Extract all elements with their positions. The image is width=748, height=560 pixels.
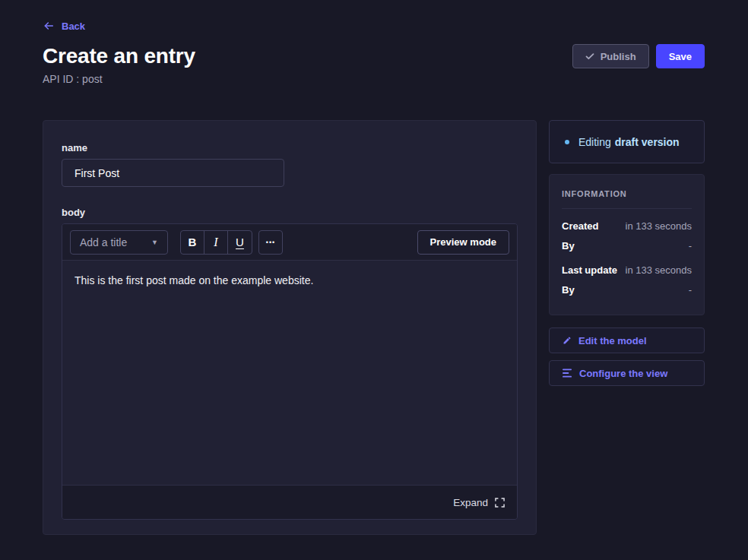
entry-form-card: name body Add a title ▼ B I U [43,120,537,535]
expand-icon [495,498,505,508]
editor-toolbar: Add a title ▼ B I U ••• Preview mode [62,224,517,261]
preview-mode-button[interactable]: Preview mode [417,230,509,255]
configure-view-button[interactable]: Configure the view [549,360,705,386]
name-input[interactable] [62,159,284,187]
name-field-label: name [62,142,518,153]
info-row-created: Created in 133 seconds [562,220,692,232]
draft-status-box: Editing draft version [549,120,705,163]
body-field-label: body [62,207,518,218]
expand-label: Expand [453,497,488,508]
info-value: in 133 seconds [626,220,692,232]
page-header: Back Create an entry Publish Save API ID… [0,0,748,87]
publish-label: Publish [601,51,636,62]
check-icon [585,52,594,61]
edit-model-label: Edit the model [578,335,647,346]
info-value: - [689,284,692,296]
title-style-select-label: Add a title [80,236,127,248]
configure-view-label: Configure the view [579,368,667,379]
info-row-updated-by: By - [562,284,692,296]
info-label: By [562,284,575,296]
draft-status-emphasis: draft version [615,136,680,148]
information-panel: INFORMATION Created in 133 seconds By - … [549,174,705,315]
info-value: - [689,240,692,252]
title-style-select[interactable]: Add a title ▼ [70,230,168,255]
rich-text-editor: Add a title ▼ B I U ••• Preview mode [62,223,518,520]
bold-button[interactable]: B [181,231,204,254]
info-label: Created [562,220,598,232]
information-heading: INFORMATION [562,189,692,198]
arrow-left-icon [43,20,55,32]
info-value: in 133 seconds [626,264,692,276]
draft-status-prefix: Editing [578,136,611,148]
sidebar: Editing draft version INFORMATION Create… [549,120,705,393]
info-label: By [562,240,575,252]
chevron-down-icon: ▼ [151,239,158,246]
pencil-icon [563,336,572,345]
italic-button[interactable]: I [204,231,228,254]
edit-model-button[interactable]: Edit the model [549,327,705,353]
ellipsis-icon: ••• [266,239,275,246]
back-link[interactable]: Back [43,20,85,32]
body-field: body Add a title ▼ B I U [62,207,518,520]
status-dot-icon [565,140,569,144]
editor-footer: Expand [62,485,517,519]
more-options-button[interactable]: ••• [258,230,283,255]
editor-content[interactable]: This is the first post made on the examp… [62,261,517,485]
format-button-group: B I U [180,230,252,255]
back-label: Back [62,21,85,32]
draft-status-text: Editing draft version [578,136,680,148]
page-subtitle: API ID : post [43,71,705,87]
content-area: name body Add a title ▼ B I U [0,120,748,535]
info-row-last-update: Last update in 133 seconds [562,264,692,276]
info-label: Last update [562,264,617,276]
save-button[interactable]: Save [656,44,705,68]
header-actions: Publish Save [572,44,705,68]
editor-paragraph: This is the first post made on the examp… [74,274,313,286]
expand-button[interactable]: Expand [453,497,505,508]
create-entry-page: Back Create an entry Publish Save API ID… [0,0,748,560]
info-row-created-by: By - [562,240,692,252]
divider [562,208,692,209]
publish-button[interactable]: Publish [572,44,649,68]
layout-lines-icon [563,369,572,378]
page-title: Create an entry [43,43,195,70]
underline-button[interactable]: U [228,231,252,254]
